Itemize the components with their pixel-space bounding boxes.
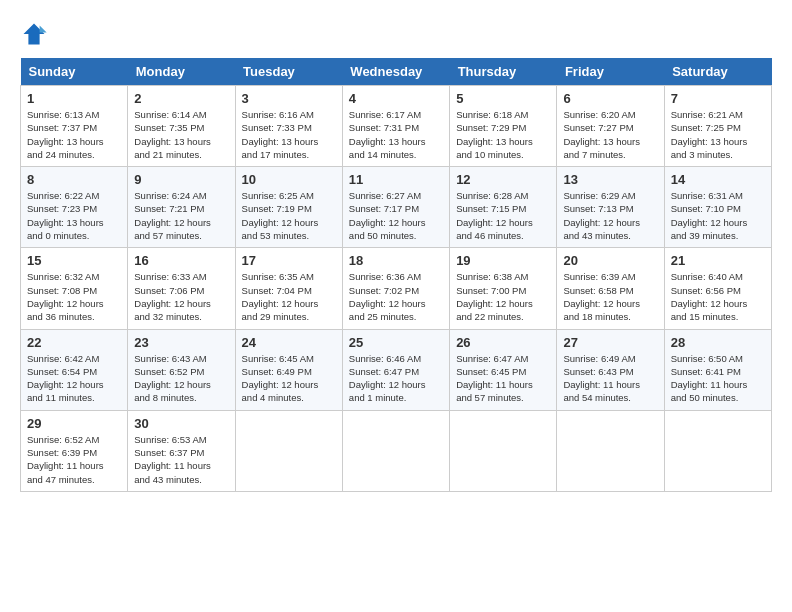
day-number: 3 [242,91,336,106]
page-header [20,20,772,48]
calendar-cell: 22Sunrise: 6:42 AM Sunset: 6:54 PM Dayli… [21,329,128,410]
day-info: Sunrise: 6:49 AM Sunset: 6:43 PM Dayligh… [563,352,657,405]
calendar-cell: 20Sunrise: 6:39 AM Sunset: 6:58 PM Dayli… [557,248,664,329]
calendar-cell [557,410,664,491]
day-info: Sunrise: 6:16 AM Sunset: 7:33 PM Dayligh… [242,108,336,161]
day-info: Sunrise: 6:31 AM Sunset: 7:10 PM Dayligh… [671,189,765,242]
col-header-friday: Friday [557,58,664,86]
day-info: Sunrise: 6:18 AM Sunset: 7:29 PM Dayligh… [456,108,550,161]
svg-marker-1 [40,26,47,33]
calendar-cell [235,410,342,491]
calendar-week-4: 22Sunrise: 6:42 AM Sunset: 6:54 PM Dayli… [21,329,772,410]
day-number: 8 [27,172,121,187]
calendar-cell: 4Sunrise: 6:17 AM Sunset: 7:31 PM Daylig… [342,86,449,167]
calendar-cell: 2Sunrise: 6:14 AM Sunset: 7:35 PM Daylig… [128,86,235,167]
day-number: 11 [349,172,443,187]
day-number: 7 [671,91,765,106]
calendar-header-row: SundayMondayTuesdayWednesdayThursdayFrid… [21,58,772,86]
calendar-cell [450,410,557,491]
calendar-cell: 23Sunrise: 6:43 AM Sunset: 6:52 PM Dayli… [128,329,235,410]
day-number: 18 [349,253,443,268]
calendar-cell: 17Sunrise: 6:35 AM Sunset: 7:04 PM Dayli… [235,248,342,329]
calendar-cell: 8Sunrise: 6:22 AM Sunset: 7:23 PM Daylig… [21,167,128,248]
day-info: Sunrise: 6:53 AM Sunset: 6:37 PM Dayligh… [134,433,228,486]
day-number: 1 [27,91,121,106]
calendar-cell: 13Sunrise: 6:29 AM Sunset: 7:13 PM Dayli… [557,167,664,248]
day-info: Sunrise: 6:52 AM Sunset: 6:39 PM Dayligh… [27,433,121,486]
calendar-cell: 19Sunrise: 6:38 AM Sunset: 7:00 PM Dayli… [450,248,557,329]
day-info: Sunrise: 6:38 AM Sunset: 7:00 PM Dayligh… [456,270,550,323]
day-number: 20 [563,253,657,268]
col-header-wednesday: Wednesday [342,58,449,86]
calendar-cell: 6Sunrise: 6:20 AM Sunset: 7:27 PM Daylig… [557,86,664,167]
day-number: 15 [27,253,121,268]
calendar-cell: 30Sunrise: 6:53 AM Sunset: 6:37 PM Dayli… [128,410,235,491]
day-info: Sunrise: 6:20 AM Sunset: 7:27 PM Dayligh… [563,108,657,161]
svg-marker-0 [24,24,45,45]
day-info: Sunrise: 6:28 AM Sunset: 7:15 PM Dayligh… [456,189,550,242]
day-number: 29 [27,416,121,431]
calendar-cell: 14Sunrise: 6:31 AM Sunset: 7:10 PM Dayli… [664,167,771,248]
calendar-cell: 15Sunrise: 6:32 AM Sunset: 7:08 PM Dayli… [21,248,128,329]
calendar-week-2: 8Sunrise: 6:22 AM Sunset: 7:23 PM Daylig… [21,167,772,248]
calendar-cell: 18Sunrise: 6:36 AM Sunset: 7:02 PM Dayli… [342,248,449,329]
day-number: 4 [349,91,443,106]
day-number: 17 [242,253,336,268]
calendar-table: SundayMondayTuesdayWednesdayThursdayFrid… [20,58,772,492]
day-info: Sunrise: 6:42 AM Sunset: 6:54 PM Dayligh… [27,352,121,405]
day-info: Sunrise: 6:36 AM Sunset: 7:02 PM Dayligh… [349,270,443,323]
day-number: 9 [134,172,228,187]
day-number: 2 [134,91,228,106]
calendar-week-3: 15Sunrise: 6:32 AM Sunset: 7:08 PM Dayli… [21,248,772,329]
calendar-cell: 27Sunrise: 6:49 AM Sunset: 6:43 PM Dayli… [557,329,664,410]
calendar-cell [664,410,771,491]
calendar-cell: 26Sunrise: 6:47 AM Sunset: 6:45 PM Dayli… [450,329,557,410]
col-header-sunday: Sunday [21,58,128,86]
calendar-cell: 7Sunrise: 6:21 AM Sunset: 7:25 PM Daylig… [664,86,771,167]
day-number: 14 [671,172,765,187]
day-number: 26 [456,335,550,350]
calendar-cell: 12Sunrise: 6:28 AM Sunset: 7:15 PM Dayli… [450,167,557,248]
calendar-cell: 16Sunrise: 6:33 AM Sunset: 7:06 PM Dayli… [128,248,235,329]
day-info: Sunrise: 6:21 AM Sunset: 7:25 PM Dayligh… [671,108,765,161]
day-info: Sunrise: 6:43 AM Sunset: 6:52 PM Dayligh… [134,352,228,405]
day-number: 23 [134,335,228,350]
calendar-cell: 9Sunrise: 6:24 AM Sunset: 7:21 PM Daylig… [128,167,235,248]
day-number: 16 [134,253,228,268]
day-info: Sunrise: 6:25 AM Sunset: 7:19 PM Dayligh… [242,189,336,242]
calendar-cell: 11Sunrise: 6:27 AM Sunset: 7:17 PM Dayli… [342,167,449,248]
calendar-cell: 10Sunrise: 6:25 AM Sunset: 7:19 PM Dayli… [235,167,342,248]
col-header-thursday: Thursday [450,58,557,86]
day-info: Sunrise: 6:22 AM Sunset: 7:23 PM Dayligh… [27,189,121,242]
day-info: Sunrise: 6:24 AM Sunset: 7:21 PM Dayligh… [134,189,228,242]
day-number: 30 [134,416,228,431]
day-number: 21 [671,253,765,268]
col-header-monday: Monday [128,58,235,86]
day-number: 13 [563,172,657,187]
day-info: Sunrise: 6:32 AM Sunset: 7:08 PM Dayligh… [27,270,121,323]
day-info: Sunrise: 6:39 AM Sunset: 6:58 PM Dayligh… [563,270,657,323]
calendar-week-5: 29Sunrise: 6:52 AM Sunset: 6:39 PM Dayli… [21,410,772,491]
logo-icon [20,20,48,48]
day-number: 12 [456,172,550,187]
day-number: 6 [563,91,657,106]
day-info: Sunrise: 6:27 AM Sunset: 7:17 PM Dayligh… [349,189,443,242]
col-header-saturday: Saturday [664,58,771,86]
day-info: Sunrise: 6:45 AM Sunset: 6:49 PM Dayligh… [242,352,336,405]
calendar-cell: 1Sunrise: 6:13 AM Sunset: 7:37 PM Daylig… [21,86,128,167]
day-number: 25 [349,335,443,350]
calendar-cell: 29Sunrise: 6:52 AM Sunset: 6:39 PM Dayli… [21,410,128,491]
day-info: Sunrise: 6:35 AM Sunset: 7:04 PM Dayligh… [242,270,336,323]
day-number: 10 [242,172,336,187]
day-info: Sunrise: 6:17 AM Sunset: 7:31 PM Dayligh… [349,108,443,161]
calendar-cell: 24Sunrise: 6:45 AM Sunset: 6:49 PM Dayli… [235,329,342,410]
day-number: 22 [27,335,121,350]
calendar-cell [342,410,449,491]
calendar-cell: 5Sunrise: 6:18 AM Sunset: 7:29 PM Daylig… [450,86,557,167]
logo [20,20,52,48]
day-number: 28 [671,335,765,350]
day-info: Sunrise: 6:50 AM Sunset: 6:41 PM Dayligh… [671,352,765,405]
calendar-cell: 28Sunrise: 6:50 AM Sunset: 6:41 PM Dayli… [664,329,771,410]
day-info: Sunrise: 6:40 AM Sunset: 6:56 PM Dayligh… [671,270,765,323]
day-number: 27 [563,335,657,350]
